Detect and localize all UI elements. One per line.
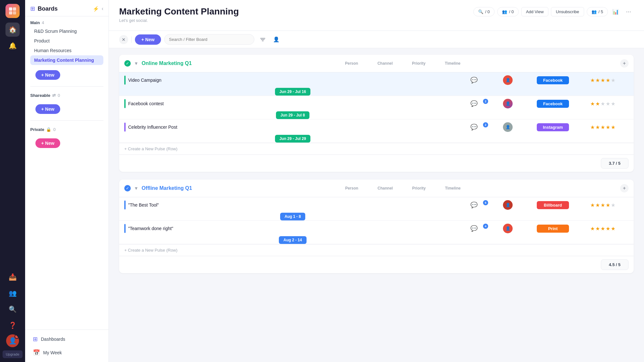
group-online-title: Online Marketing Q1 bbox=[142, 60, 192, 66]
group-offline-add-button[interactable]: + bbox=[620, 184, 629, 192]
sidebar-item-hr[interactable]: Human Resources bbox=[30, 46, 103, 55]
group-offline-chevron[interactable]: ▼ bbox=[134, 186, 138, 191]
row-name: "Teamwork done right" bbox=[128, 226, 173, 231]
create-pulse-row-2[interactable]: + Create a New Pulse (Row) bbox=[119, 244, 634, 256]
col-channel: Channel bbox=[377, 61, 393, 66]
more-options-button[interactable]: ⋯ bbox=[623, 6, 634, 17]
unsubscribe-button[interactable]: Unsubscribe bbox=[551, 7, 584, 16]
channel-tag[interactable]: Billboard bbox=[537, 201, 569, 209]
avg-row: 3.7 / 5 bbox=[119, 154, 634, 172]
app-logo bbox=[5, 4, 20, 18]
nav-help-icon[interactable]: ❓ bbox=[5, 318, 20, 332]
collapse-sidebar-icon[interactable]: ‹ bbox=[102, 6, 103, 12]
row-name: Facebook contest bbox=[128, 101, 164, 106]
shareable-new-button[interactable]: + New bbox=[35, 104, 60, 114]
table-row[interactable]: Celebrity Influencer Post 💬 2 👤 Instagra… bbox=[119, 119, 634, 143]
group-online-add-button[interactable]: + bbox=[620, 59, 629, 68]
sidebar-item-product[interactable]: Product bbox=[30, 36, 103, 46]
avatar: 👤 bbox=[503, 99, 513, 108]
timeline-tag: Aug 1 - 8 bbox=[280, 213, 306, 220]
shareable-section-title: Shareable ⇄ 0 bbox=[30, 93, 103, 98]
star-1: ★ bbox=[590, 124, 595, 130]
star-4: ★ bbox=[606, 101, 610, 107]
private-new-button[interactable]: + New bbox=[35, 138, 60, 148]
star-2: ★ bbox=[595, 124, 600, 130]
row-chat[interactable]: 💬 4 bbox=[461, 225, 487, 232]
person-filter-icon[interactable]: 👤 bbox=[271, 34, 281, 45]
group-offline-q1-header: ✓ ▼ Offline Marketing Q1 Person Channel … bbox=[119, 180, 634, 197]
avatar: 👤 bbox=[503, 200, 513, 210]
members-icon: 👥 bbox=[592, 9, 597, 14]
calendar-icon: 📅 bbox=[33, 349, 40, 356]
star-5: ★ bbox=[611, 77, 615, 83]
avatar-cell: 👤 bbox=[487, 200, 529, 210]
new-item-button[interactable]: + New bbox=[135, 34, 161, 45]
row-accent bbox=[124, 99, 126, 108]
members-pill[interactable]: 👥 / 5 bbox=[587, 7, 608, 16]
svg-rect-1 bbox=[13, 7, 16, 11]
row-chat[interactable]: 💬 2 bbox=[461, 124, 487, 131]
row-chat[interactable]: 💬 6 bbox=[461, 201, 487, 209]
sidebar-header: ⊞ Boards ⚡ ‹ bbox=[25, 0, 109, 16]
nav-download-icon[interactable]: 📥 bbox=[5, 270, 20, 284]
channel-tag[interactable]: Print bbox=[537, 225, 569, 233]
add-view-button[interactable]: Add View bbox=[521, 7, 549, 16]
close-button[interactable]: ✕ bbox=[119, 35, 128, 44]
timeline-cell: Jun 29 - Jul 16 bbox=[124, 88, 461, 96]
notif-count-pill[interactable]: 👥 / 0 bbox=[497, 7, 518, 16]
sidebar-item-dashboards[interactable]: ⊞ Dashboards bbox=[28, 332, 106, 346]
star-3: ★ bbox=[601, 124, 605, 130]
star-1: ★ bbox=[590, 226, 595, 232]
create-pulse-row[interactable]: + Create a New Pulse (Row) bbox=[119, 143, 634, 154]
search-count-pill[interactable]: 🔍 / 0 bbox=[473, 7, 495, 16]
filter-icon[interactable] bbox=[258, 34, 268, 45]
timeline-cell: Jun 29 - Jul 29 bbox=[124, 135, 461, 143]
table-row[interactable]: "The Best Tool" 💬 6 👤 Billboard ★ ★ ★ ★ bbox=[119, 197, 634, 221]
table-row[interactable]: Facebook contest 💬 2 👤 Facebook ★ ★ ★ ★ bbox=[119, 96, 634, 119]
row-name-cell: Facebook contest bbox=[124, 96, 461, 111]
user-avatar[interactable]: 👤 bbox=[6, 334, 19, 347]
upgrade-button[interactable]: Upgrade bbox=[3, 350, 23, 358]
chat-bubble-icon: 💬 bbox=[470, 124, 478, 131]
private-section-title: Private 🔒 0 bbox=[30, 127, 103, 132]
channel-cell: Facebook bbox=[529, 100, 577, 108]
chat-bubble-icon: 💬 bbox=[470, 225, 478, 232]
row-name-cell: "Teamwork done right" bbox=[124, 221, 461, 236]
star-2: ★ bbox=[595, 202, 600, 208]
sidebar-item-mcp[interactable]: Marketing Content Planning bbox=[30, 55, 103, 65]
group-online-q1-header: ✓ ▼ Online Marketing Q1 Person Channel P… bbox=[119, 55, 634, 72]
channel-tag[interactable]: Facebook bbox=[537, 100, 569, 108]
table-row[interactable]: "Teamwork done right" 💬 4 👤 Print ★ ★ ★ … bbox=[119, 221, 634, 244]
row-chat[interactable]: 💬 2 bbox=[461, 100, 487, 107]
star-3: ★ bbox=[601, 101, 605, 107]
activity-icon-button[interactable]: 📊 bbox=[611, 6, 621, 17]
nav-users-icon[interactable]: 👥 bbox=[5, 286, 20, 300]
nav-search-icon[interactable]: 🔍 bbox=[5, 302, 20, 316]
chat-badge: 4 bbox=[483, 224, 488, 229]
col-timeline-2: Timeline bbox=[445, 186, 460, 190]
priority-cell: ★ ★ ★ ★ ★ bbox=[577, 226, 629, 232]
group-online-chevron[interactable]: ▼ bbox=[134, 61, 138, 66]
search-input[interactable] bbox=[164, 34, 254, 45]
sidebar-item-rnd[interactable]: R&D Scrum Planning bbox=[30, 26, 103, 36]
timeline-tag: Jun 29 - Jul 29 bbox=[275, 135, 311, 143]
svg-rect-2 bbox=[9, 11, 12, 14]
star-4: ★ bbox=[606, 226, 610, 232]
svg-rect-3 bbox=[13, 11, 16, 14]
table-row[interactable]: Video Campaign ✏️ 💬 👤 Facebook ★ ★ ★ ★ bbox=[119, 72, 634, 96]
avg-box-2: 4.5 / 5 bbox=[601, 259, 629, 270]
nav-home-icon[interactable]: 🏠 bbox=[5, 23, 20, 37]
nav-bell-icon[interactable]: 🔔 bbox=[5, 39, 20, 53]
row-chat[interactable]: 💬 bbox=[461, 77, 487, 84]
chat-badge: 2 bbox=[483, 122, 488, 127]
chat-badge: 2 bbox=[483, 99, 488, 104]
star-1: ★ bbox=[590, 101, 595, 107]
priority-cell: ★ ★ ★ ★ ★ bbox=[577, 202, 629, 208]
channel-tag[interactable]: Facebook bbox=[537, 76, 569, 84]
header-actions: 🔍 / 0 👥 / 0 Add View Unsubscribe 👥 / 5 📊… bbox=[473, 6, 634, 17]
main-new-button[interactable]: + New bbox=[35, 70, 60, 80]
channel-tag[interactable]: Instagram bbox=[537, 123, 569, 131]
star-2: ★ bbox=[595, 101, 600, 107]
sidebar-item-myweek[interactable]: 📅 My Week bbox=[28, 346, 106, 359]
channel-cell: Billboard bbox=[529, 201, 577, 209]
